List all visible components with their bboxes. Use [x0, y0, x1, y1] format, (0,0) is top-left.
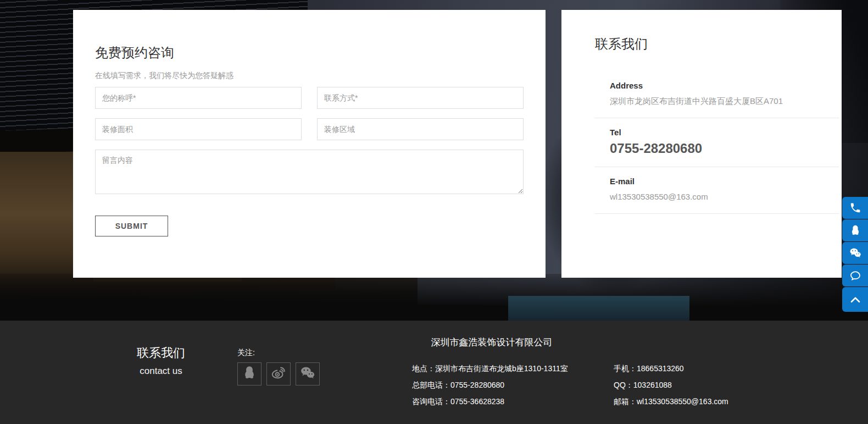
qq-icon	[242, 365, 257, 383]
footer-email-line: 邮箱：wl13530538550@163.com	[614, 393, 728, 410]
footer: 联系我们 contact us 关注:	[0, 321, 868, 424]
tel-value: 0755-28280680	[610, 140, 839, 157]
message-button[interactable]	[842, 265, 868, 287]
footer-qq-line: QQ：103261088	[614, 377, 728, 393]
tel-label: Tel	[610, 127, 839, 138]
weibo-social-link[interactable]	[266, 362, 291, 386]
contact-info-card: 联系我们 Address 深圳市龙岗区布吉街道中兴路百盛大厦B区A701 Tel…	[561, 10, 842, 278]
booking-form-card: 免费预约咨询 在线填写需求，我们将尽快为您答疑解惑 SUBMIT	[73, 10, 546, 278]
contact-card-title: 联系我们	[595, 35, 842, 53]
email-value: wl13530538550@163.com	[610, 190, 839, 203]
message-icon	[849, 269, 862, 282]
footer-subheading: contact us	[131, 365, 191, 378]
contact-tel-item: Tel 0755-28280680	[594, 118, 839, 167]
follow-label: 关注:	[237, 347, 320, 358]
qq-social-link[interactable]	[237, 362, 261, 386]
wechat-icon	[849, 246, 862, 260]
submit-button[interactable]: SUBMIT	[95, 216, 168, 236]
chevron-up-icon	[848, 293, 863, 307]
footer-hq-tel-line: 总部电话：0755-28280680	[412, 377, 568, 393]
social-icon-row	[237, 362, 320, 386]
pool-water	[508, 296, 689, 321]
footer-consult-tel-line: 咨询电话：0755-36628238	[412, 393, 568, 410]
wechat-icon	[299, 365, 316, 383]
message-textarea[interactable]	[95, 150, 524, 194]
footer-info-left: 地点：深圳市布吉街道布龙城b座1310-1311室 总部电话：0755-2828…	[412, 360, 568, 410]
wechat-button[interactable]	[842, 242, 868, 264]
booking-form-title: 免费预约咨询	[95, 44, 174, 62]
footer-heading-block: 联系我们 contact us	[131, 345, 191, 378]
qq-button[interactable]	[842, 219, 868, 241]
footer-heading: 联系我们	[131, 345, 191, 361]
renovation-region-input[interactable]	[317, 118, 524, 140]
weibo-icon	[270, 365, 287, 383]
contact-address-item: Address 深圳市龙岗区布吉街道中兴路百盛大厦B区A701	[594, 71, 839, 118]
footer-address-line: 地点：深圳市布吉街道布龙城b座1310-1311室	[412, 360, 568, 377]
email-label: E-mail	[610, 176, 839, 187]
footer-info-right: 手机：18665313260 QQ：103261088 邮箱：wl1353053…	[614, 360, 728, 410]
phone-button[interactable]	[842, 197, 868, 219]
booking-form-subtitle: 在线填写需求，我们将尽快为您答疑解惑	[95, 71, 233, 81]
dark-deck	[0, 274, 868, 321]
renovation-area-input[interactable]	[95, 118, 302, 140]
footer-mobile-line: 手机：18665313260	[614, 360, 728, 377]
address-value: 深圳市龙岗区布吉街道中兴路百盛大厦B区A701	[610, 95, 839, 108]
company-name: 深圳市鑫浩装饰设计有限公司	[385, 336, 599, 349]
contact-card-body: Address 深圳市龙岗区布吉街道中兴路百盛大厦B区A701 Tel 0755…	[594, 71, 839, 214]
floating-action-bar	[842, 197, 868, 312]
contact-input[interactable]	[317, 87, 524, 109]
address-label: Address	[610, 80, 839, 91]
name-input[interactable]	[95, 87, 302, 109]
footer-follow-block: 关注:	[237, 347, 320, 386]
qq-icon	[849, 224, 861, 236]
phone-icon	[849, 202, 861, 214]
page: 免费预约咨询 在线填写需求，我们将尽快为您答疑解惑 SUBMIT 联系我们 Ad…	[0, 0, 868, 424]
wechat-social-link[interactable]	[296, 362, 320, 386]
contact-email-item: E-mail wl13530538550@163.com	[594, 167, 839, 214]
back-to-top-button[interactable]	[842, 287, 868, 312]
